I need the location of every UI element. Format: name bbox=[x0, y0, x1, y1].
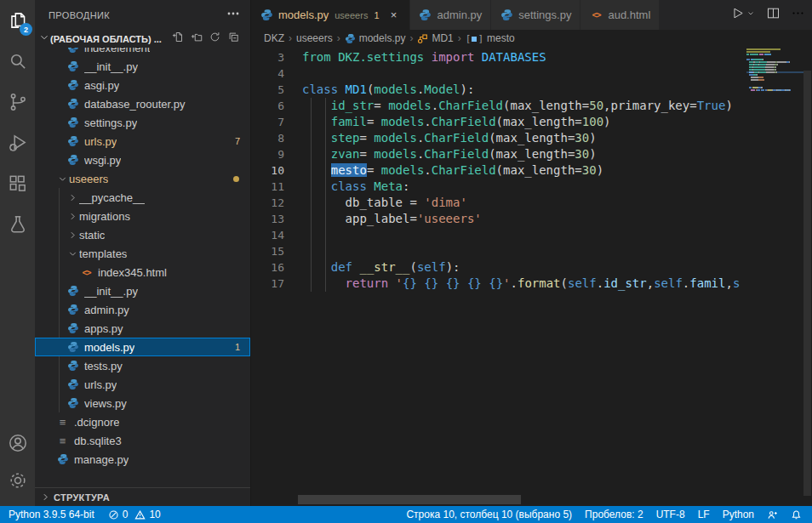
tree-item-indexelement[interactable]: indexelement bbox=[35, 48, 250, 57]
tree-item-admin-py[interactable]: admin.py bbox=[35, 300, 250, 319]
tab-settings-py[interactable]: settings.py bbox=[491, 0, 580, 30]
breadcrumb-item-models.py[interactable]: models.py bbox=[345, 32, 406, 44]
tab-models-py[interactable]: models.pyuseeers1× bbox=[251, 0, 409, 30]
tree-item-db-sqlite3[interactable]: ≡db.sqlite3 bbox=[35, 431, 250, 450]
tree-item-urls-py[interactable]: urls.py7 bbox=[35, 132, 250, 151]
code-line-5[interactable]: 5class MD1(models.Model): bbox=[251, 82, 746, 98]
tree-item-asgi-py[interactable]: asgi.py bbox=[35, 76, 250, 94]
run-dropdown-icon[interactable] bbox=[746, 6, 756, 24]
line-number[interactable]: 4 bbox=[251, 65, 302, 82]
new-folder-icon[interactable] bbox=[190, 31, 203, 47]
split-editor-icon[interactable] bbox=[766, 6, 781, 24]
code-line-14[interactable]: 14 bbox=[251, 227, 746, 243]
code-line-17[interactable]: 17 return '{} {} {} {} {}'.format(self.i… bbox=[251, 276, 746, 292]
explorer-more-icon[interactable] bbox=[226, 7, 240, 24]
tree-item-index345-html[interactable]: <>index345.html bbox=[35, 263, 250, 281]
tree-item-tests-py[interactable]: tests.py bbox=[35, 356, 250, 375]
line-number[interactable]: 11 bbox=[251, 179, 302, 195]
code-line-15[interactable]: 15 bbox=[251, 243, 746, 259]
activity-source-control-icon[interactable] bbox=[0, 82, 35, 122]
tree-item-urls-py[interactable]: urls.py bbox=[35, 375, 250, 394]
line-number[interactable]: 8 bbox=[251, 130, 302, 146]
line-number[interactable]: 13 bbox=[251, 211, 302, 227]
language-mode-status[interactable]: Python bbox=[723, 509, 754, 520]
code-line-9[interactable]: 9 zvan= models.CharField(max_length=30) bbox=[251, 146, 746, 162]
tree-item-migrations[interactable]: migrations bbox=[35, 207, 250, 225]
breadcrumb-item-dkz[interactable]: DKZ bbox=[264, 32, 284, 44]
tree-item-static[interactable]: static bbox=[35, 225, 250, 244]
tree-item-models-py[interactable]: models.py1 bbox=[35, 338, 250, 356]
tree-item-views-py[interactable]: views.py bbox=[35, 394, 250, 412]
tree-item--dcignore[interactable]: ≡.dcignore bbox=[35, 412, 250, 431]
indentation-status[interactable]: Пробелов: 2 bbox=[585, 509, 643, 520]
tab-admin-py[interactable]: admin.py bbox=[410, 0, 491, 30]
vertical-scrollbar[interactable] bbox=[803, 71, 811, 496]
more-actions-icon[interactable] bbox=[791, 6, 805, 24]
cursor-position-status[interactable]: Строка 10, столбец 10 (выбрано 5) bbox=[406, 509, 572, 520]
activity-run-debug-icon[interactable] bbox=[0, 122, 35, 163]
tree-item--init-py[interactable]: __init__.py bbox=[35, 57, 250, 76]
tree-item-wsgi-py[interactable]: wsgi.py bbox=[35, 151, 250, 169]
tree-item-useeers[interactable]: useeers bbox=[35, 169, 250, 188]
tree-item--init-py[interactable]: __init__.py bbox=[35, 281, 250, 300]
activity-settings-gear-icon[interactable] bbox=[0, 462, 35, 499]
line-number[interactable]: 7 bbox=[251, 114, 302, 130]
refresh-icon[interactable] bbox=[209, 31, 221, 47]
python-icon bbox=[55, 452, 70, 466]
editor-group: models.pyuseeers1×admin.pysettings.py<>a… bbox=[251, 0, 812, 506]
line-number[interactable]: 17 bbox=[251, 276, 302, 292]
code-line-8[interactable]: 8 step= models.CharField(max_length=30) bbox=[251, 130, 746, 146]
code-line-7[interactable]: 7 famil= models.CharField(max_length=100… bbox=[251, 114, 746, 130]
feedback-icon[interactable] bbox=[767, 509, 778, 520]
activity-testing-icon[interactable] bbox=[0, 204, 35, 245]
line-number[interactable]: 16 bbox=[251, 259, 302, 276]
breadcrumb-item-useeers[interactable]: useeers bbox=[296, 32, 333, 44]
tree-item--pycache-[interactable]: __pycache__ bbox=[35, 188, 250, 207]
line-number[interactable]: 15 bbox=[251, 243, 302, 259]
line-number[interactable]: 10 bbox=[251, 162, 302, 179]
python-icon bbox=[66, 340, 80, 354]
breadcrumb: DKZ›useeers›models.py›MD1›[]mesto bbox=[251, 30, 812, 47]
notifications-bell-icon[interactable] bbox=[791, 509, 802, 520]
new-file-icon[interactable] bbox=[171, 31, 184, 47]
code-line-3[interactable]: 3from DKZ.settings import DATABASES bbox=[251, 49, 746, 65]
python-interpreter-status[interactable]: Python 3.9.5 64-bit bbox=[9, 509, 94, 520]
minimap-line bbox=[746, 71, 803, 73]
activity-extensions-icon[interactable] bbox=[0, 163, 35, 204]
eol-status[interactable]: LF bbox=[698, 509, 710, 520]
minimap[interactable] bbox=[746, 48, 803, 506]
code-line-12[interactable]: 12 db_table = 'dima' bbox=[251, 195, 746, 211]
code-line-6[interactable]: 6 id_str= models.CharField(max_length=50… bbox=[251, 98, 746, 114]
code-line-10[interactable]: 10 mesto= models.CharField(max_length=30… bbox=[251, 162, 746, 179]
workspace-section-header[interactable]: (РАБОЧАЯ ОБЛАСТЬ) ... bbox=[35, 30, 250, 48]
line-number[interactable]: 9 bbox=[251, 146, 302, 162]
activity-account-icon[interactable] bbox=[0, 424, 35, 462]
line-number[interactable]: 5 bbox=[251, 82, 302, 98]
activity-explorer-icon[interactable]: 2 bbox=[0, 0, 35, 41]
code-line-13[interactable]: 13 app_label='useeers' bbox=[251, 211, 746, 227]
tab-aud-html[interactable]: <>aud.html bbox=[580, 0, 659, 30]
tree-item-manage-py[interactable]: manage.py bbox=[35, 450, 250, 468]
code-line-4[interactable]: 4 bbox=[251, 65, 746, 82]
line-number[interactable]: 6 bbox=[251, 98, 302, 114]
outline-section-header[interactable]: СТРУКТУРА bbox=[35, 487, 250, 506]
tree-item-database-roouter-py[interactable]: database_roouter.py bbox=[35, 94, 250, 113]
breadcrumb-item-md1[interactable]: MD1 bbox=[417, 32, 453, 44]
activity-search-icon[interactable] bbox=[0, 41, 35, 82]
tree-item-settings-py[interactable]: settings.py bbox=[35, 113, 250, 132]
breadcrumb-item-mesto[interactable]: []mesto bbox=[466, 32, 515, 44]
tab-close-icon[interactable]: × bbox=[387, 9, 401, 21]
horizontal-scrollbar[interactable] bbox=[298, 495, 521, 504]
line-number[interactable]: 14 bbox=[251, 227, 302, 243]
tree-item-apps-py[interactable]: apps.py bbox=[35, 319, 250, 338]
encoding-status[interactable]: UTF-8 bbox=[656, 509, 685, 520]
line-number[interactable]: 12 bbox=[251, 195, 302, 211]
line-number[interactable]: 3 bbox=[251, 49, 302, 65]
problems-status[interactable]: 0 10 bbox=[108, 509, 161, 520]
collapse-all-icon[interactable] bbox=[227, 31, 240, 47]
run-icon[interactable] bbox=[730, 6, 745, 24]
code-line-11[interactable]: 11 class Meta: bbox=[251, 179, 746, 195]
code-editor[interactable]: 3from DKZ.settings import DATABASES45cla… bbox=[251, 47, 812, 506]
code-line-16[interactable]: 16 def __str__(self): bbox=[251, 259, 746, 276]
tree-item-templates[interactable]: templates bbox=[35, 244, 250, 263]
